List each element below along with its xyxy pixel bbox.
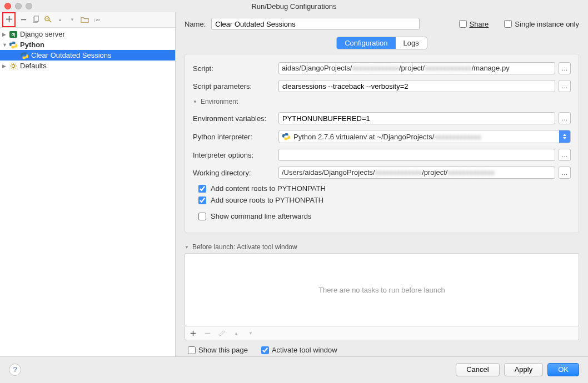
show-cmdline-checkbox[interactable]	[198, 213, 206, 220]
copy-config-button[interactable]	[31, 16, 40, 24]
source-roots-checkbox[interactable]	[198, 196, 206, 204]
help-button[interactable]: ?	[9, 364, 21, 376]
tree-node-defaults[interactable]: ▶ Defaults	[0, 61, 175, 71]
configuration-form: Script: aidas/DjangoProjects/xxxxxxxxxxx…	[185, 54, 579, 233]
window-title: Run/Debug Configurations	[0, 2, 588, 11]
svg-rect-1	[34, 16, 38, 21]
folder-button[interactable]	[80, 16, 89, 24]
envvars-edit-button[interactable]: …	[559, 112, 571, 124]
tasks-toolbar: ▲ ▼	[185, 326, 579, 340]
script-browse-button[interactable]: …	[559, 62, 571, 74]
cancel-button[interactable]: Cancel	[456, 363, 499, 376]
configurations-sidebar: ▲ ▼ ↓az ▶ dj Django server ▼ Python	[0, 12, 176, 356]
add-config-button[interactable]	[4, 14, 13, 23]
share-checkbox[interactable]: Share	[459, 20, 489, 28]
envvars-input[interactable]	[278, 112, 555, 124]
dialog-footer: ? Cancel Apply OK	[0, 356, 588, 382]
ok-button[interactable]: OK	[547, 363, 579, 376]
interp-opts-expand-button[interactable]: …	[559, 149, 571, 161]
tree-node-django[interactable]: ▶ dj Django server	[0, 29, 175, 39]
config-tabs: Configuration Logs	[185, 37, 579, 49]
task-down-button: ▼	[246, 329, 255, 337]
tree-label: Python	[20, 41, 44, 49]
interpreter-select[interactable]: Python 2.7.6 virtualenv at ~/DjangoProje…	[278, 130, 571, 143]
tree-label: Django server	[20, 30, 65, 38]
tree-label: Defaults	[20, 62, 47, 70]
edit-defaults-button[interactable]	[43, 16, 52, 24]
before-launch-tasks: There are no tasks to run before launch	[185, 253, 579, 326]
svg-point-4	[12, 64, 14, 67]
activate-tool-window-checkbox[interactable]: Activate tool window	[261, 346, 337, 354]
tab-logs[interactable]: Logs	[396, 37, 427, 49]
sidebar-toolbar: ▲ ▼ ↓az	[0, 12, 175, 28]
single-instance-checkbox[interactable]: Single instance only	[504, 20, 579, 28]
remove-config-button[interactable]	[19, 16, 28, 24]
config-tree: ▶ dj Django server ▼ Python Clear Outdat…	[0, 28, 175, 356]
workdir-browse-button[interactable]: …	[559, 167, 571, 179]
chevron-updown-icon	[559, 130, 570, 143]
script-params-input[interactable]	[278, 80, 555, 92]
script-input[interactable]	[278, 62, 555, 74]
apply-button[interactable]: Apply	[504, 363, 544, 376]
move-down-button[interactable]: ▼	[68, 16, 77, 24]
environment-section-header[interactable]: ▼Environment	[193, 98, 571, 105]
tree-node-python[interactable]: ▼ Python	[0, 39, 175, 50]
sort-button[interactable]: ↓az	[92, 16, 101, 24]
task-remove-button	[203, 329, 212, 337]
workdir-label: Working directory:	[193, 169, 278, 177]
name-label: Name:	[185, 20, 206, 28]
config-name-input[interactable]	[211, 18, 420, 30]
window-titlebar: Run/Debug Configurations	[0, 0, 588, 12]
task-edit-button	[217, 329, 226, 337]
content-roots-checkbox[interactable]	[198, 185, 206, 193]
interpreter-label: Python interpreter:	[193, 133, 278, 141]
gear-icon	[9, 62, 18, 70]
interp-opts-input[interactable]	[278, 149, 555, 161]
params-label: Script parameters:	[193, 82, 278, 90]
params-expand-button[interactable]: …	[559, 80, 571, 92]
script-label: Script:	[193, 64, 278, 73]
workdir-input[interactable]	[278, 167, 555, 179]
interp-opts-label: Interpreter options:	[193, 151, 278, 159]
envvars-label: Environment variables:	[193, 114, 278, 123]
task-up-button: ▲	[232, 329, 241, 337]
config-editor-panel: Name: Share Single instance only Configu…	[176, 12, 588, 356]
task-add-button[interactable]	[188, 329, 197, 337]
show-this-page-checkbox[interactable]: Show this page	[188, 346, 248, 354]
tab-configuration[interactable]: Configuration	[337, 37, 395, 49]
tree-label: Clear Outdated Sessions	[31, 51, 112, 59]
move-up-button[interactable]: ▲	[56, 16, 64, 24]
before-launch-header[interactable]: ▼ Before launch: Activate tool window	[185, 243, 579, 251]
svg-point-3	[46, 18, 47, 19]
tree-node-selected-config[interactable]: Clear Outdated Sessions	[0, 50, 175, 61]
